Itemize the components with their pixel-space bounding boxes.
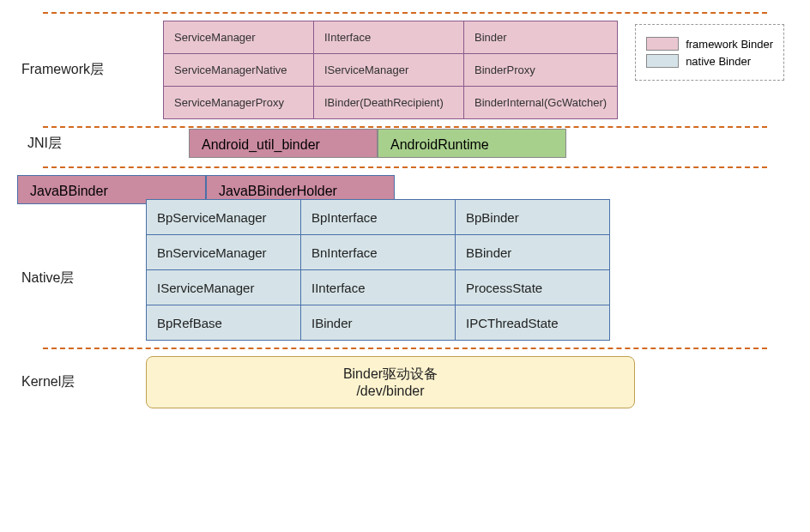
- framework-layer: Framework层 ServiceManager IInterface Bin…: [17, 21, 793, 119]
- fw-cell: BinderProxy: [464, 54, 618, 87]
- native-cell: BpBinder: [456, 200, 610, 235]
- native-cell: ProcessState: [456, 270, 610, 305]
- kernel-box: Binder驱动设备 /dev/binder: [146, 356, 635, 408]
- fw-cell: IBinder(DeathRecipient): [314, 87, 464, 119]
- fw-cell: Binder: [464, 21, 618, 54]
- native-cell: BBinder: [456, 235, 610, 270]
- jni-layer: JNI层: [17, 135, 793, 153]
- divider-fw-jni: [43, 126, 767, 128]
- kernel-layer: Kernel层 Binder驱动设备 /dev/binder: [17, 356, 793, 408]
- native-cell: IBinder: [301, 305, 456, 341]
- native-cell: BpServiceManager: [147, 200, 301, 235]
- native-cell: BnServiceManager: [147, 235, 301, 270]
- divider-top: [43, 12, 767, 14]
- fw-cell: ServiceManager: [164, 21, 314, 54]
- divider-jni-native: [43, 166, 767, 168]
- native-grid: BpServiceManager BpInterface BpBinder Bn…: [146, 199, 610, 341]
- native-cell: BnInterface: [301, 235, 456, 270]
- native-cell: BpRefBase: [147, 305, 301, 341]
- kernel-label: Kernel层: [17, 373, 120, 391]
- jni-label: JNI层: [17, 135, 120, 153]
- framework-grid: ServiceManager IInterface Binder Service…: [163, 21, 618, 119]
- framework-label: Framework层: [17, 61, 120, 79]
- native-cell: BpInterface: [301, 200, 456, 235]
- fw-cell: IServiceManager: [314, 54, 464, 87]
- fw-cell: BinderInternal(GcWatcher): [464, 87, 618, 119]
- native-cell: IInterface: [301, 270, 456, 305]
- fw-cell: IInterface: [314, 21, 464, 54]
- kernel-line1: Binder驱动设备: [164, 366, 617, 384]
- kernel-line2: /dev/binder: [164, 384, 617, 399]
- native-cell: IServiceManager: [147, 270, 301, 305]
- fw-cell: ServiceManagerProxy: [164, 87, 314, 119]
- native-cell: IPCThreadState: [456, 305, 610, 341]
- native-label: Native层: [17, 269, 120, 287]
- fw-cell: ServiceManagerNative: [164, 54, 314, 87]
- divider-native-kernel: [43, 348, 767, 349]
- native-layer: Native层 BpServiceManager BpInterface BpB…: [17, 216, 793, 341]
